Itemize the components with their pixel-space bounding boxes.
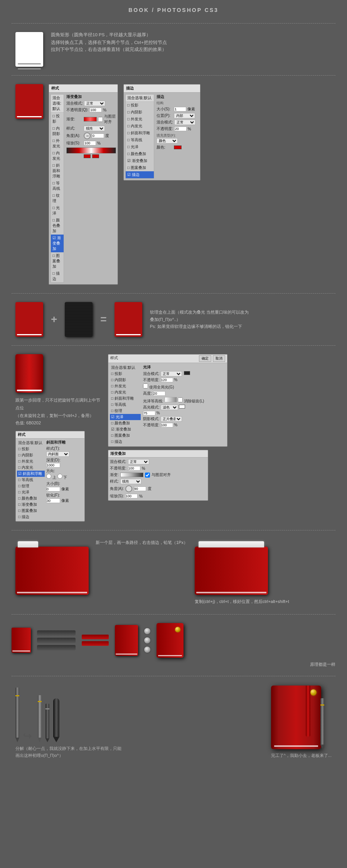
pattern-overlay[interactable]: □ 图案叠加 — [51, 252, 64, 270]
b-bevel-active[interactable]: ☑ 斜面和浮雕 — [17, 471, 45, 477]
confirm-btn[interactable]: 确定 — [199, 355, 211, 362]
satin-settings: 光泽 混合模式: 正常 不透明度: % 使用全局光(G) — [143, 365, 226, 445]
satin-opacity-input[interactable] — [161, 378, 173, 382]
reverse-checkbox[interactable] — [98, 117, 103, 122]
bevel-depth-input[interactable] — [46, 463, 60, 468]
inner-glow2[interactable]: □ 内发光 — [126, 123, 154, 130]
gl-pattern-ov[interactable]: □ 图案叠加 — [110, 432, 141, 439]
drop-shadow[interactable]: □ 投影 — [51, 113, 64, 125]
b-outer-glow[interactable]: □ 外发光 — [17, 458, 45, 464]
stroke-size-input[interactable] — [174, 107, 186, 111]
inner-shadow[interactable]: □ 内阴影 — [51, 125, 64, 137]
b-inner-shadow[interactable]: □ 内阴影 — [17, 452, 45, 458]
shadow-mode-select[interactable]: 正片叠底 — [161, 416, 182, 422]
opacity-input[interactable] — [89, 108, 102, 112]
gl-satin-active[interactable]: ☑ 光泽 — [110, 414, 141, 420]
satin-blend-select[interactable]: 正常 — [161, 371, 182, 377]
gradient-preview-swatch[interactable] — [84, 117, 97, 122]
texture[interactable]: □ 纹理 — [51, 192, 64, 204]
stroke-blend-select[interactable]: 正常 — [174, 120, 195, 125]
b-contour[interactable]: □ 等高线 — [17, 477, 45, 483]
gl-inner[interactable]: □ 内阴影 — [110, 377, 141, 383]
b-texture[interactable]: □ 纹理 — [17, 483, 45, 489]
inner-shadow2[interactable]: □ 内阴影 — [126, 109, 154, 116]
gl-outer[interactable]: □ 外发光 — [110, 383, 141, 389]
b-inner-glow[interactable]: □ 内发光 — [17, 464, 45, 471]
pattern-overlay2[interactable]: □ 图案叠加 — [126, 164, 154, 171]
gl-inner-glow[interactable]: □ 内发光 — [110, 389, 141, 395]
global-light-cb[interactable] — [143, 383, 148, 388]
bevel-soften-input[interactable] — [46, 498, 60, 503]
gl-texture[interactable]: □ 纹理 — [110, 408, 141, 414]
outer-glow[interactable]: □ 外发光 — [51, 137, 64, 150]
cancel-btn[interactable]: 取消 — [213, 355, 225, 362]
bevel-size-input[interactable] — [46, 487, 60, 491]
gl-bevel[interactable]: □ 斜面和浮雕 — [110, 395, 141, 402]
highlight-color[interactable] — [179, 405, 185, 409]
bevel-size-row: 大小(B): 像素 — [46, 481, 83, 492]
satin[interactable]: □ 光泽 — [51, 204, 64, 217]
gradient-overlay2[interactable]: ☑ 渐变叠加 — [126, 157, 154, 164]
grad-opacity-input[interactable] — [128, 466, 140, 471]
gl-blend[interactable]: 混合选项:默认 — [110, 365, 141, 371]
bevel-settings: 斜面和浮雕 样式(T): 内斜面 深度(D): 方向: 上 下 — [46, 440, 83, 520]
b-blend-options[interactable]: 混合选项:默认 — [17, 440, 45, 446]
bevel-style-select[interactable]: 内斜面 — [46, 451, 69, 457]
contour[interactable]: □ 等高线 — [51, 180, 64, 192]
highlight-contour[interactable] — [165, 397, 177, 402]
anti-alias-cb[interactable] — [178, 397, 183, 402]
satin-color-swatch[interactable] — [184, 371, 190, 375]
grad-gradient-swatch[interactable] — [120, 473, 143, 477]
stroke[interactable]: □ 描边 — [51, 270, 64, 282]
dir-down-radio[interactable] — [57, 474, 62, 479]
color-overlay[interactable]: □ 颜色叠加 — [51, 217, 64, 235]
gl-grad-ov[interactable]: ☑ 渐变叠加 — [110, 426, 141, 432]
stroke-active[interactable]: ☑ 描边 — [126, 171, 154, 178]
style-select[interactable]: 线性 — [84, 126, 105, 131]
drop-shadow2[interactable]: □ 投影 — [126, 102, 154, 109]
stroke-pos-select[interactable]: 内部 — [174, 113, 195, 118]
angle-input[interactable] — [92, 133, 104, 138]
grad-angle-input[interactable] — [134, 486, 146, 491]
outer-glow2[interactable]: □ 外发光 — [126, 116, 154, 123]
grad-style-select[interactable]: 线性 — [120, 479, 141, 484]
fill-type-select[interactable]: 颜色 — [157, 138, 178, 144]
shadow-opacity-input[interactable] — [161, 423, 173, 427]
highlight-opacity-input[interactable] — [143, 411, 155, 415]
gradient-overlay-active[interactable]: ☑ 渐变叠加 — [51, 235, 64, 252]
gl-stroke[interactable]: □ 描边 — [110, 439, 141, 445]
grad-align-cb[interactable] — [145, 473, 150, 478]
blend-mode-select[interactable]: 正常 — [84, 101, 105, 106]
gl-contour[interactable]: □ 等高线 — [110, 402, 141, 408]
color-overlay2[interactable]: □ 颜色叠加 — [126, 150, 154, 157]
contour2[interactable]: □ 等高线 — [126, 137, 154, 144]
b-drop-shadow[interactable]: □ 投影 — [17, 446, 45, 452]
satin2[interactable]: □ 光泽 — [126, 144, 154, 150]
bevel2[interactable]: □ 斜面和浮雕 — [126, 130, 154, 137]
b-color-ov[interactable]: □ 颜色叠加 — [17, 495, 45, 502]
bevel-dir-row: 方向: 上 下 — [46, 468, 83, 480]
grad-angle-dial[interactable] — [125, 485, 132, 492]
b-stroke[interactable]: □ 描边 — [17, 514, 45, 520]
bevel-soften-label: 软化(F): — [46, 493, 83, 498]
color-stop-2[interactable] — [92, 154, 99, 158]
angle-dial[interactable] — [84, 132, 91, 139]
inner-glow[interactable]: □ 内发光 — [51, 150, 64, 162]
gl-drop[interactable]: □ 投影 — [110, 371, 141, 377]
stroke-opacity-input[interactable] — [174, 127, 187, 131]
gl-color-ov[interactable]: □ 颜色叠加 — [110, 420, 141, 426]
scale-input[interactable] — [84, 141, 96, 145]
b-grad-ov[interactable]: □ 渐变叠加 — [17, 502, 45, 508]
stroke-panel: 描边 混合选项:默认 □ 投影 □ 内阴影 □ 外发光 □ 内发光 □ 斜面和浮… — [123, 84, 200, 181]
color-swatch[interactable] — [174, 145, 182, 149]
color-stop-1[interactable] — [84, 154, 91, 158]
satin-height-input[interactable] — [153, 391, 165, 396]
b-satin[interactable]: □ 光泽 — [17, 489, 45, 495]
highlight-mode-select[interactable]: 滤色 — [161, 405, 178, 410]
dir-up-radio[interactable] — [46, 474, 51, 479]
grad-scale-input[interactable] — [125, 494, 138, 498]
grad-blend-select[interactable]: 正常 — [128, 459, 149, 464]
b-pattern-ov[interactable]: □ 图案叠加 — [17, 508, 45, 514]
pen-tip-4 — [53, 737, 59, 742]
bevel-emboss[interactable]: □ 斜面和浮雕 — [51, 162, 64, 180]
